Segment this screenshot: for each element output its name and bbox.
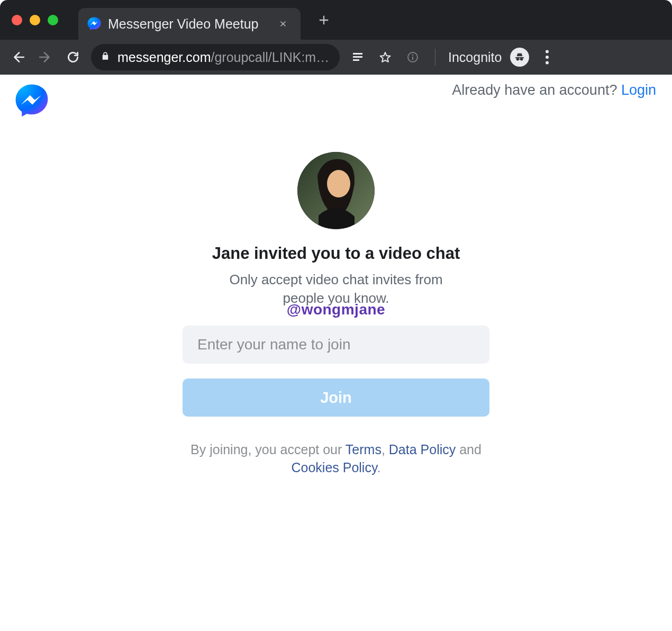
page-content: Already have an account? Login Jane invi… <box>0 75 672 631</box>
watermark-handle: @wongmjane <box>287 301 385 318</box>
back-button[interactable] <box>8 48 28 67</box>
browser-chrome: Messenger Video Meetup messenger.com <box>0 0 672 75</box>
tab-title: Messenger Video Meetup <box>108 16 270 32</box>
login-link[interactable]: Login <box>621 82 656 98</box>
incognito-icon[interactable] <box>510 48 529 67</box>
toolbar-separator <box>435 49 435 66</box>
maximize-window-button[interactable] <box>48 15 58 25</box>
svg-point-4 <box>546 50 549 53</box>
account-prompt-text: Already have an account? <box>452 82 621 98</box>
svg-point-5 <box>546 56 549 59</box>
disclaimer-prefix: By joining, you accept our <box>190 442 346 457</box>
url-domain: messenger.com <box>117 50 211 65</box>
disclaimer-sep2: and <box>456 442 482 457</box>
browser-tab[interactable]: Messenger Video Meetup <box>78 8 301 40</box>
reader-mode-icon[interactable] <box>348 48 367 67</box>
url-path: /groupcall/LINK:m… <box>211 50 329 65</box>
minimize-window-button[interactable] <box>30 15 40 25</box>
host-avatar <box>297 152 375 229</box>
disclaimer-text: By joining, you accept our Terms, Data P… <box>183 441 489 477</box>
terms-link[interactable]: Terms <box>346 442 382 457</box>
messenger-logo-icon <box>13 82 51 120</box>
browser-titlebar: Messenger Video Meetup <box>0 0 672 40</box>
account-prompt: Already have an account? Login <box>452 82 656 98</box>
svg-point-1 <box>412 55 414 56</box>
lock-icon <box>101 51 110 63</box>
browser-menu-button[interactable] <box>538 48 557 67</box>
new-tab-button[interactable] <box>313 10 334 31</box>
svg-point-6 <box>546 61 549 65</box>
invite-panel: Jane invited you to a video chat Only ac… <box>183 152 489 477</box>
browser-toolbar: messenger.com/groupcall/LINK:m… Incognit… <box>0 40 672 75</box>
bookmark-star-icon[interactable] <box>376 48 395 67</box>
forward-button[interactable] <box>36 48 55 67</box>
address-bar[interactable]: messenger.com/groupcall/LINK:m… <box>91 44 340 70</box>
info-icon[interactable] <box>403 48 422 67</box>
name-input[interactable] <box>183 326 489 364</box>
disclaimer-sep1: , <box>382 442 389 457</box>
invite-headline: Jane invited you to a video chat <box>212 244 460 263</box>
join-button[interactable]: Join <box>183 378 489 417</box>
url-text: messenger.com/groupcall/LINK:m… <box>117 50 329 65</box>
svg-point-10 <box>327 170 350 197</box>
messenger-favicon-icon <box>87 16 102 31</box>
page-header: Already have an account? Login <box>0 75 672 120</box>
tab-close-button[interactable] <box>276 17 290 31</box>
cookies-policy-link[interactable]: Cookies Policy <box>291 460 377 475</box>
svg-rect-3 <box>519 59 521 59</box>
close-window-button[interactable] <box>12 15 22 25</box>
tab-strip: Messenger Video Meetup <box>78 0 334 40</box>
disclaimer-suffix: . <box>377 460 381 475</box>
svg-rect-2 <box>412 57 413 60</box>
window-controls <box>12 15 58 25</box>
reload-button[interactable] <box>63 48 83 67</box>
data-policy-link[interactable]: Data Policy <box>389 442 456 457</box>
incognito-label: Incognito <box>448 50 502 65</box>
